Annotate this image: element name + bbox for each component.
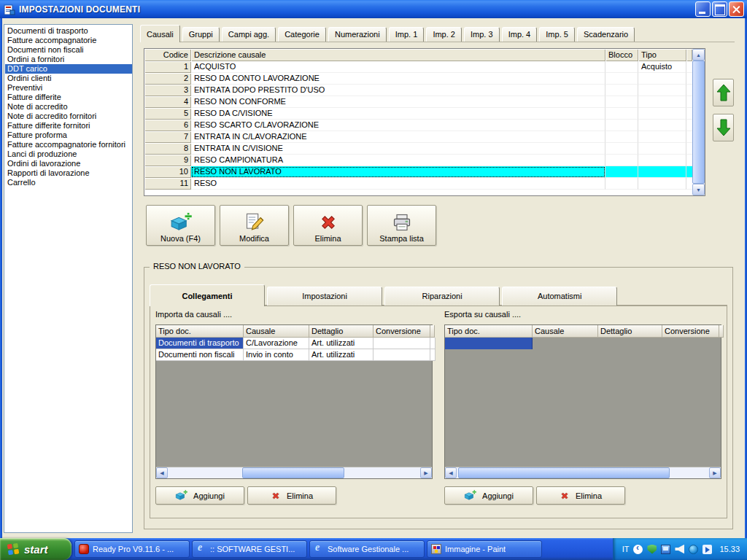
elimina-button[interactable]: Elimina: [293, 205, 363, 246]
selected-empty-cell[interactable]: [445, 338, 533, 349]
sidebar-item[interactable]: Lanci di produzione: [5, 149, 132, 159]
close-button[interactable]: [729, 1, 744, 17]
detail-tab[interactable]: Riparazioni: [384, 287, 500, 306]
table-row[interactable]: 7 ENTRATA IN C/LAVORAZIONE: [144, 131, 692, 143]
column-header-tipo-doc[interactable]: Tipo doc.: [156, 325, 244, 338]
scroll-right-icon[interactable]: ▶: [709, 467, 721, 478]
import-horizontal-scrollbar[interactable]: ◀ ▶: [156, 467, 432, 478]
table-row[interactable]: 6 RESO SCARTO C/LAVORAZIONE: [144, 120, 692, 131]
language-indicator[interactable]: IT: [622, 545, 630, 553]
nuova-button[interactable]: Nuova (F4): [146, 205, 215, 246]
table-row[interactable]: 1 ACQUISTO Acquisto: [144, 61, 692, 73]
table-row[interactable]: 5 RESO DA C/VISIONE: [144, 108, 692, 120]
main-tab[interactable]: Causali: [140, 25, 180, 42]
detail-tab[interactable]: Automatismi: [502, 287, 617, 306]
move-up-button[interactable]: [713, 79, 734, 106]
stampa-lista-button[interactable]: Stampa lista: [367, 205, 436, 246]
column-header-dettaglio[interactable]: Dettaglio: [598, 325, 662, 338]
column-header-codice[interactable]: Codice: [144, 49, 191, 61]
scroll-right-icon[interactable]: ▶: [420, 467, 432, 478]
sidebar-item[interactable]: Carrello: [5, 178, 132, 187]
sidebar-item[interactable]: Fatture differite fornitori: [5, 121, 132, 131]
cell-tipo: [638, 120, 686, 131]
import-table-row[interactable]: Documenti di trasporto C/Lavorazione Art…: [156, 338, 432, 349]
import-table-row[interactable]: Documenti non fiscali Invio in conto Art…: [156, 349, 432, 361]
sidebar-item[interactable]: Fatture differite: [5, 93, 132, 102]
table-row[interactable]: 11 RESO: [144, 178, 692, 190]
column-header-descrizione[interactable]: Descrizione causale: [191, 49, 605, 61]
import-aggiungi-button[interactable]: Aggiungi: [155, 486, 244, 505]
network-icon[interactable]: [661, 545, 670, 554]
sidebar-item[interactable]: Note di accredito fornitori: [5, 112, 132, 121]
table-row[interactable]: 3 ENTRATA DOPO PRESTITO D'USO: [144, 85, 692, 96]
column-header-tipo[interactable]: Tipo: [638, 49, 686, 61]
sidebar-item[interactable]: DDT carico: [5, 64, 132, 74]
sidebar-item[interactable]: Rapporti di lavorazione: [5, 168, 132, 178]
main-tab[interactable]: Imp. 2: [426, 27, 462, 42]
sidebar-item[interactable]: Preventivi: [5, 83, 132, 93]
main-tab[interactable]: Campi agg.: [222, 27, 276, 42]
main-tabstrip: Causali Gruppi Campi agg. Categorie Nume…: [140, 25, 735, 42]
scrollbar-thumb[interactable]: [458, 467, 670, 478]
messenger-icon[interactable]: [689, 545, 698, 554]
task-button[interactable]: :: SOFTWARE GESTI...: [192, 540, 307, 558]
sidebar-item[interactable]: Note di accredito: [5, 102, 132, 112]
table-row[interactable]: 4 RESO NON CONFORME: [144, 96, 692, 108]
table-row[interactable]: 2 RESO DA CONTO LAVORAZIONE: [144, 73, 692, 85]
table-row[interactable]: 8 ENTRATA IN C/VISIONE: [144, 143, 692, 155]
detail-tab[interactable]: Collegamenti: [150, 284, 265, 306]
export-table-header: Tipo doc. Causale Dettaglio Conversione: [445, 325, 721, 338]
move-down-button[interactable]: [713, 114, 734, 141]
main-tab[interactable]: Imp. 5: [539, 27, 575, 42]
sidebar-item[interactable]: Documenti di trasporto: [5, 26, 132, 36]
column-header-causale[interactable]: Causale: [533, 325, 598, 338]
export-elimina-button[interactable]: Elimina: [536, 486, 625, 505]
maximize-button[interactable]: [712, 1, 727, 17]
column-header-conversione[interactable]: Conversione: [374, 325, 430, 338]
hide-inactive-icons-icon[interactable]: [633, 545, 643, 554]
sidebar-item[interactable]: Ordini di lavorazione: [5, 159, 132, 168]
scrollbar-thumb[interactable]: [242, 467, 344, 478]
media-player-icon[interactable]: [703, 545, 712, 554]
main-tab[interactable]: Imp. 3: [464, 27, 500, 42]
column-header-blocco[interactable]: Blocco: [605, 49, 638, 61]
main-tab[interactable]: Gruppi: [182, 27, 220, 42]
table-row[interactable]: 9 RESO CAMPIONATURA: [144, 155, 692, 166]
main-tab[interactable]: Numerazioni: [328, 27, 387, 42]
scrollbar-thumb[interactable]: [692, 61, 705, 184]
cell-filler: [686, 108, 692, 120]
scroll-left-icon[interactable]: ◀: [445, 467, 457, 478]
table-row[interactable]: 10 RESO NON LAVORATO: [144, 166, 692, 178]
main-tab[interactable]: Scadenzario: [577, 27, 635, 42]
system-tray: IT 15.33: [613, 538, 747, 560]
minimize-button[interactable]: [695, 1, 711, 17]
sidebar-item[interactable]: Ordini a fornitori: [5, 55, 132, 64]
antivirus-shield-icon[interactable]: [647, 545, 657, 554]
sidebar-item[interactable]: Fatture accompagnatorie: [5, 36, 132, 45]
main-tab[interactable]: Imp. 1: [389, 27, 425, 42]
column-header-causale[interactable]: Causale: [244, 325, 309, 338]
main-tab[interactable]: Imp. 4: [502, 27, 538, 42]
start-button[interactable]: start: [0, 538, 71, 560]
detail-tab[interactable]: Impostazioni: [267, 287, 382, 306]
export-horizontal-scrollbar[interactable]: ◀ ▶: [445, 467, 721, 478]
column-header-tipo-doc[interactable]: Tipo doc.: [445, 325, 533, 338]
scroll-up-icon[interactable]: ▲: [692, 49, 705, 61]
sidebar-item[interactable]: Fatture proforma: [5, 131, 132, 140]
column-header-conversione[interactable]: Conversione: [662, 325, 719, 338]
task-button[interactable]: Ready Pro V9.11.6 - ...: [74, 540, 190, 558]
vertical-scrollbar[interactable]: ▲ ▼: [692, 49, 705, 195]
sidebar-item[interactable]: Fatture accompagnatorie fornitori: [5, 140, 132, 149]
sidebar-item[interactable]: Ordini clienti: [5, 74, 132, 83]
volume-icon[interactable]: [675, 545, 684, 554]
column-header-dettaglio[interactable]: Dettaglio: [309, 325, 374, 338]
modifica-button[interactable]: Modifica: [220, 205, 289, 246]
sidebar-item[interactable]: Documenti non fiscali: [5, 45, 132, 55]
task-button[interactable]: Software Gestionale ...: [309, 540, 425, 558]
scroll-left-icon[interactable]: ◀: [156, 467, 168, 478]
export-aggiungi-button[interactable]: Aggiungi: [444, 486, 533, 505]
scroll-down-icon[interactable]: ▼: [692, 184, 705, 195]
task-button[interactable]: Immagine - Paint: [427, 540, 542, 558]
import-elimina-button[interactable]: Elimina: [247, 486, 336, 505]
main-tab[interactable]: Categorie: [278, 27, 326, 42]
